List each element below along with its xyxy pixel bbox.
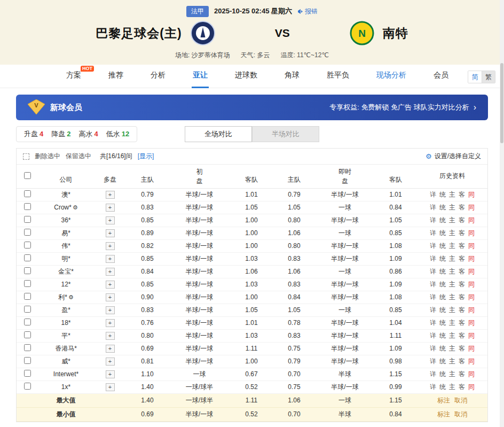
row-checkbox[interactable]	[24, 229, 31, 236]
mark-link[interactable]: 标注	[437, 397, 450, 404]
history-link-5[interactable]: 同	[468, 255, 475, 262]
history-link-5[interactable]: 同	[468, 268, 475, 275]
history-link-2[interactable]: 统	[439, 204, 446, 211]
mark-link[interactable]: 标注	[437, 410, 450, 418]
company-name[interactable]: 明*	[61, 255, 70, 262]
row-checkbox[interactable]	[24, 306, 31, 313]
expand-odds-button[interactable]: +	[106, 268, 115, 276]
history-link-5[interactable]: 同	[468, 332, 475, 339]
history-link-2[interactable]: 统	[439, 229, 446, 237]
lang-traditional[interactable]: 繁	[482, 71, 495, 83]
history-link-1[interactable]: 详	[430, 383, 436, 391]
row-checkbox[interactable]	[24, 216, 31, 223]
company-name[interactable]: 香港马*	[55, 345, 77, 352]
history-link-4[interactable]: 客	[459, 293, 465, 301]
history-link-3[interactable]: 主	[449, 255, 455, 262]
expand-odds-button[interactable]: +	[106, 204, 115, 212]
history-link-3[interactable]: 主	[449, 383, 455, 391]
row-checkbox[interactable]	[24, 242, 31, 249]
row-checkbox[interactable]	[24, 331, 31, 338]
history-link-3[interactable]: 主	[449, 242, 455, 250]
history-link-5[interactable]: 同	[468, 242, 475, 250]
history-link-3[interactable]: 主	[449, 319, 455, 327]
history-link-1[interactable]: 详	[430, 268, 436, 275]
history-link-4[interactable]: 客	[459, 242, 465, 250]
delete-selected-button[interactable]: 删除选中	[35, 152, 60, 161]
history-link-3[interactable]: 主	[449, 229, 455, 237]
history-link-2[interactable]: 统	[439, 332, 446, 339]
history-link-5[interactable]: 同	[468, 383, 475, 391]
history-link-3[interactable]: 主	[449, 332, 455, 339]
expand-odds-button[interactable]: +	[106, 216, 115, 224]
history-link-5[interactable]: 同	[468, 281, 475, 288]
expand-odds-button[interactable]: +	[106, 345, 115, 353]
company-gear-icon[interactable]: ⚙	[68, 294, 74, 300]
history-link-2[interactable]: 统	[439, 293, 446, 301]
history-link-4[interactable]: 客	[459, 281, 465, 288]
company-name[interactable]: 澳*	[61, 191, 70, 198]
row-checkbox[interactable]	[24, 344, 31, 351]
history-link-4[interactable]: 客	[459, 255, 465, 262]
row-checkbox[interactable]	[24, 267, 31, 274]
company-name[interactable]: 盈*	[61, 306, 70, 314]
history-link-4[interactable]: 客	[459, 332, 465, 339]
row-checkbox[interactable]	[24, 280, 31, 287]
history-link-3[interactable]: 主	[449, 191, 455, 198]
select-all-checkbox[interactable]	[24, 172, 31, 179]
row-checkbox[interactable]	[24, 254, 31, 261]
history-link-4[interactable]: 客	[459, 345, 465, 352]
history-link-5[interactable]: 同	[468, 319, 475, 327]
history-link-3[interactable]: 主	[449, 345, 455, 352]
history-link-3[interactable]: 主	[449, 268, 455, 275]
expand-odds-button[interactable]: +	[106, 293, 115, 301]
tab-member[interactable]: 会员	[432, 65, 450, 88]
history-link-5[interactable]: 同	[468, 370, 475, 378]
company-name[interactable]: Interwet*	[53, 370, 78, 378]
row-checkbox[interactable]	[24, 203, 31, 210]
history-link-3[interactable]: 主	[449, 358, 455, 365]
vip-benefits-link[interactable]: 专享权益: 免费解锁 免广告 球队实力对比分析 ›	[329, 103, 476, 112]
company-name[interactable]: 金宝*	[58, 268, 74, 275]
history-link-4[interactable]: 客	[459, 268, 465, 275]
history-link-2[interactable]: 统	[439, 306, 446, 314]
history-link-1[interactable]: 详	[430, 216, 436, 224]
keep-selected-button[interactable]: 保留选中	[66, 152, 91, 161]
history-link-1[interactable]: 详	[430, 191, 436, 198]
history-link-3[interactable]: 主	[449, 370, 455, 378]
company-name[interactable]: 12*	[61, 281, 70, 288]
history-link-2[interactable]: 统	[439, 370, 446, 378]
half-match-toggle[interactable]: 半场对比	[252, 126, 319, 142]
show-link[interactable]: [显示]	[138, 152, 154, 161]
history-link-5[interactable]: 同	[468, 216, 475, 224]
cancel-link[interactable]: 取消	[454, 397, 467, 404]
tab-live-analysis[interactable]: 现场分析	[375, 65, 407, 88]
history-link-1[interactable]: 详	[430, 242, 436, 250]
history-link-3[interactable]: 主	[449, 306, 455, 314]
history-link-3[interactable]: 主	[449, 204, 455, 211]
history-link-1[interactable]: 详	[430, 370, 436, 378]
company-name[interactable]: 利*	[58, 293, 67, 301]
history-link-1[interactable]: 详	[430, 204, 436, 211]
history-link-5[interactable]: 同	[468, 204, 475, 211]
row-checkbox[interactable]	[24, 319, 31, 325]
history-link-4[interactable]: 客	[459, 306, 465, 314]
history-link-4[interactable]: 客	[459, 370, 465, 378]
expand-odds-button[interactable]: +	[106, 242, 115, 250]
history-link-1[interactable]: 详	[430, 332, 436, 339]
row-checkbox[interactable]	[24, 370, 31, 377]
expand-odds-button[interactable]: +	[106, 332, 115, 340]
scrollbar[interactable]	[500, 0, 504, 427]
company-name[interactable]: Crow*	[54, 204, 72, 211]
history-link-3[interactable]: 主	[449, 293, 455, 301]
tab-plan[interactable]: 方案 HOT	[65, 65, 82, 88]
history-link-4[interactable]: 客	[459, 319, 465, 327]
history-link-2[interactable]: 统	[439, 319, 446, 327]
expand-odds-button[interactable]: +	[106, 281, 115, 289]
history-link-2[interactable]: 统	[439, 191, 446, 198]
cancel-link[interactable]: 取消	[454, 410, 467, 418]
history-link-4[interactable]: 客	[459, 358, 465, 365]
history-link-2[interactable]: 统	[439, 358, 446, 365]
history-link-2[interactable]: 统	[439, 216, 446, 224]
expand-odds-button[interactable]: +	[106, 383, 115, 391]
company-name[interactable]: 36*	[61, 216, 70, 224]
